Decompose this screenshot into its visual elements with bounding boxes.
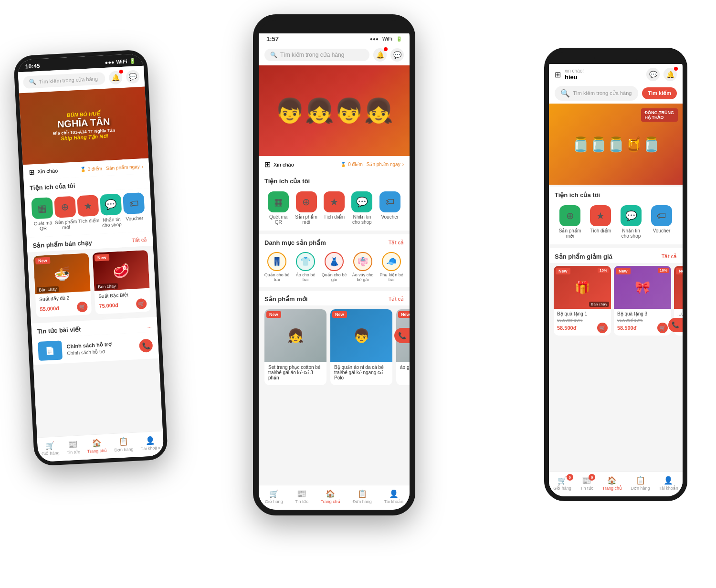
util-voucher[interactable]: 🏷 Voucher — [122, 192, 147, 227]
add-to-cart-2[interactable]: 🛒 — [136, 298, 147, 309]
notification-btn-left[interactable]: 🔔 — [109, 71, 123, 84]
chat-btn-center[interactable]: 💬 — [390, 48, 404, 62]
nav-news-right[interactable]: 📰 0 Tin tức — [580, 476, 593, 491]
cat-ao-be-trai[interactable]: 👕 Áo cho bé trai — [293, 252, 319, 282]
util-points-right[interactable]: ★ Tích điểm — [588, 205, 614, 239]
phone-float-btn-center[interactable]: 📞 — [394, 328, 410, 343]
cat-quan-be-gai[interactable]: 👗 Quần cho bé gái — [321, 252, 347, 282]
points-star-icon: ★ — [84, 200, 93, 212]
nav-news-center[interactable]: 📰 Tin tức — [295, 489, 308, 504]
chat-btn-left[interactable]: 💬 — [126, 70, 140, 84]
nav-account-right[interactable]: 👤 Tài khoản — [659, 476, 678, 491]
home-icon-left: 🏠 — [92, 438, 102, 448]
add-to-cart-1[interactable]: 🛒 — [77, 302, 88, 313]
util-msg-right[interactable]: 💬 Nhắn tin cho shop — [618, 205, 644, 239]
status-time: 10:45 — [25, 63, 40, 70]
sale-info-2: Bộ quà tặng 3 65.000đ-10% 58.500đ 🛒 — [614, 309, 671, 336]
username-right: hieu — [565, 74, 584, 81]
nav-news-label-left: Tin tức — [67, 450, 80, 455]
new-product-3[interactable]: New 👧 áo gai hoa t... — [396, 309, 410, 385]
product-card-2[interactable]: New 🥩 Bún chay Suất Đặc Biệt 75.000đ 🛒 — [92, 250, 151, 315]
util-new-right[interactable]: ⊕ Sản phẩm mới — [557, 205, 583, 239]
sale-img-3: New 🎁 — [674, 266, 683, 309]
see-all-categories-center[interactable]: Tất cả — [389, 240, 404, 246]
util-qr[interactable]: ▦ Quét mã QR — [30, 197, 55, 231]
nav-account-center[interactable]: 👤 Tài khoản — [384, 489, 404, 504]
news-desc: Chính sách hỗ trợ — [67, 348, 112, 356]
util-voucher-label: Voucher — [126, 215, 143, 221]
phone-float-btn-right[interactable]: 📞 — [668, 318, 683, 332]
sale-cart-2[interactable]: 🛒 — [657, 323, 668, 333]
product-grid-left: New 🍜 Bún chay Suất đầy đủ 2 55.000đ 🛒 — [27, 246, 157, 322]
cat-phu-kien[interactable]: 🧢 Phụ kiện bé trai — [379, 252, 405, 282]
nav-cart-label-center: Giỏ hàng — [265, 499, 283, 504]
sale-products-right: New 10% 🎁 Bán chạy Bộ quà tặng 1 65.000đ… — [549, 263, 683, 338]
phone-support-icon[interactable]: 📞 — [139, 338, 153, 352]
see-all-news-left[interactable]: ... — [147, 323, 152, 328]
sale-name-2: Bộ quà tặng 3 — [617, 311, 668, 316]
new-product-img-1: New 👧 — [264, 309, 326, 362]
util-new-product[interactable]: ⊕ Sản phẩm mới — [53, 196, 78, 230]
search-bar-center[interactable]: 🔍 Tìm kiếm trong cửa hàng — [264, 49, 369, 61]
nav-cart-label-left: Giỏ hàng — [42, 451, 60, 456]
nav-account-left[interactable]: 👤 Tài khoản — [140, 435, 160, 451]
cat-icon-5: 🧢 — [386, 256, 397, 267]
new-product-info-1: Set trang phục cotton bé trai/bé gái áo … — [264, 362, 326, 385]
new-products-title-center: Sản phẩm mới — [264, 295, 307, 303]
product-card-1[interactable]: New 🍜 Bún chay Suất đầy đủ 2 55.000đ 🛒 — [33, 253, 92, 317]
util-msg-center[interactable]: 💬 Nhắn tin cho shop — [349, 191, 375, 225]
see-all-sale-right[interactable]: Tất cả — [662, 253, 677, 260]
sale-new-price-1: 58.500đ — [557, 325, 576, 331]
greeting-bar-center: ⊞ Xin chào 🏅 0 điểm Sản phẩm ngay › — [259, 156, 410, 173]
nav-orders-center[interactable]: 📋 Đơn hàng — [353, 489, 372, 504]
cat-ao-vay-be-gai[interactable]: 👘 Áo váy cho bé gái — [350, 252, 376, 282]
nav-orders-left[interactable]: 📋 Đơn hàng — [114, 437, 134, 452]
nav-home-right[interactable]: 🏠 Trang chủ — [602, 476, 622, 491]
nav-orders-right[interactable]: 📋 Đơn hàng — [631, 476, 650, 491]
new-product-1[interactable]: New 👧 Set trang phục cotton bé trai/bé g… — [264, 309, 326, 385]
search-bar-right[interactable]: 🔍 Tìm kiếm trong cửa hàng — [555, 86, 638, 101]
nav-home-label-center: Trang chủ — [321, 499, 340, 504]
search-icon-center: 🔍 — [270, 52, 277, 58]
sale-cart-1[interactable]: 🛒 — [597, 323, 608, 333]
top-icons-right: 💬 🔔 — [646, 68, 677, 81]
nav-home-left[interactable]: 🏠 Trang chủ — [87, 438, 107, 454]
util-new-center[interactable]: ⊕ Sản phẩm mới — [293, 191, 319, 225]
notification-btn-right[interactable]: 🔔 — [663, 68, 677, 81]
sale-product-2[interactable]: New 10% 🎀 Bộ quà tặng 3 65.000đ-10% 58.5… — [614, 266, 671, 336]
util-voucher-label-center: Voucher — [381, 214, 399, 220]
see-all-bestseller-left[interactable]: Tất cả — [132, 237, 147, 244]
util-voucher-center[interactable]: 🏷 Voucher — [377, 191, 403, 225]
new-product-2[interactable]: New 👦 Bộ quần áo ni da cá bé trai/bé gái… — [330, 309, 392, 385]
sale-product-1[interactable]: New 10% 🎁 Bán chạy Bộ quà tặng 1 65.000đ… — [554, 266, 611, 336]
nav-home-center[interactable]: 🏠 Trang chủ — [321, 489, 340, 504]
discount-badge-2: 10% — [658, 268, 669, 273]
nav-news-label-center: Tin tức — [295, 499, 308, 504]
nav-news-left[interactable]: 📰 Tin tức — [66, 440, 80, 455]
news-icon-left: 📰 — [68, 440, 78, 449]
search-button-right[interactable]: Tìm kiếm — [642, 87, 677, 99]
util-points-center[interactable]: ★ Tích điểm — [321, 191, 347, 225]
cat-quan-be-trai[interactable]: 👖 Quần cho bé trai — [264, 252, 290, 282]
product-price-2: 75.000đ — [99, 302, 118, 309]
util-qr-center[interactable]: ▦ Quét mã QR — [265, 191, 292, 225]
points-icon-c: ★ — [330, 196, 338, 208]
search-bar-left[interactable]: 🔍 Tìm kiếm trong cửa hàng — [23, 72, 105, 89]
util-voucher-right[interactable]: 🏷 Voucher — [649, 205, 675, 239]
nav-cart-right[interactable]: 🛒 0 Giỏ hàng — [553, 476, 571, 491]
banner-center: 👦👧👦👧 — [259, 65, 410, 156]
notification-btn-center[interactable]: 🔔 — [373, 48, 387, 62]
see-all-new-center[interactable]: Tất cả — [389, 296, 404, 302]
util-points-label: Tích điểm — [78, 218, 100, 224]
nav-cart-left[interactable]: 🛒 Giỏ hàng — [41, 441, 60, 456]
status-icons-center: ●●●WiFi🔋 — [370, 36, 402, 42]
util-points[interactable]: ★ Tích điểm — [76, 195, 101, 229]
util-qr-label-center: Quét mã QR — [265, 214, 292, 225]
nav-cart-center[interactable]: 🛒 Giỏ hàng — [265, 489, 283, 504]
sale-old-price-1: 65.000đ-10% — [557, 318, 608, 323]
util-qr-label: Quét mã QR — [32, 220, 55, 231]
new-product-info-3: áo gai hoa t... — [396, 362, 410, 375]
new-product-info-2: Bộ quần áo ni da cá bé trai/bé gái kẻ ng… — [330, 362, 392, 385]
util-message[interactable]: 💬 Nhắn tin cho shop — [99, 193, 124, 228]
chat-btn-right[interactable]: 💬 — [646, 68, 660, 81]
